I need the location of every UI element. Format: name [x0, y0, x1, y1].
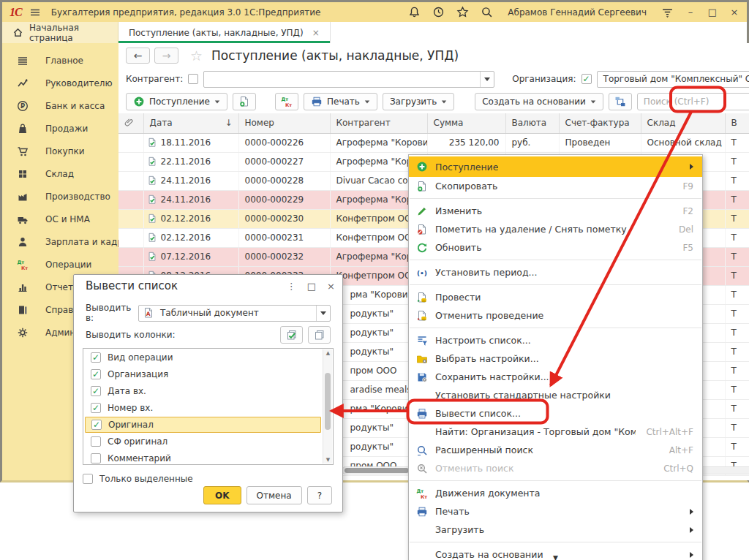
menu-item[interactable]: ОбновитьF5	[409, 238, 702, 257]
history-icon[interactable]	[432, 6, 445, 18]
menu-item[interactable]: Установить стандартные настройки	[409, 386, 702, 404]
menu-item[interactable]: ИзменитьF2	[409, 202, 702, 220]
minimize-button[interactable]: –	[685, 7, 696, 18]
dtkt-button[interactable]: ДтКт	[275, 93, 298, 110]
column-checkbox[interactable]: ✓	[91, 403, 101, 413]
column-checkbox[interactable]: ✓	[91, 420, 102, 430]
column-option[interactable]: ✓ Организация	[85, 366, 321, 382]
column-header[interactable]: Номер	[238, 113, 330, 133]
current-user[interactable]: Абрамов Геннадий Сергеевич	[508, 7, 647, 18]
menu-item[interactable]: Загрузить	[409, 521, 702, 539]
menu-item[interactable]: Пометить на удаление / Снять пометкуDel	[409, 220, 702, 238]
create-based-button[interactable]: Создать на основании	[475, 93, 603, 110]
menu-item[interactable]: ДтКтДвижения документа	[409, 484, 702, 502]
sidebar-item-ruble[interactable]: РБанк и касса	[2, 94, 118, 117]
ok-button[interactable]: OK	[203, 486, 241, 504]
print-button[interactable]: Печать	[304, 93, 377, 110]
output-to-combo[interactable]: A Табличный документ	[138, 305, 331, 322]
sidebar-item-cart[interactable]: Покупки	[2, 140, 118, 162]
main-menu-icon[interactable]	[29, 7, 41, 18]
service-settings-icon[interactable]	[661, 6, 674, 18]
sidebar-item-factory[interactable]: Производство	[2, 185, 118, 208]
menu-item[interactable]: (•)Установить период...	[409, 263, 702, 281]
column-option-label: Комментарий	[108, 453, 171, 463]
organization-combo[interactable]: Торговый дом "Комплексный" ООО	[597, 71, 749, 88]
menu-item[interactable]: Поступление	[409, 156, 702, 177]
sidebar-item-person[interactable]: Зарплата и кадры	[2, 230, 118, 253]
check-all-button[interactable]	[280, 326, 303, 344]
related-documents-button[interactable]	[609, 93, 632, 110]
uncheck-all-button[interactable]	[308, 326, 331, 344]
maximize-button[interactable]: □	[707, 7, 718, 18]
column-checkbox[interactable]: ✓	[91, 386, 101, 396]
menu-item[interactable]: Настроить список...	[409, 331, 702, 349]
contragent-combo[interactable]	[203, 71, 494, 88]
menu-item[interactable]: Вывести список...	[409, 404, 702, 423]
sidebar-item-trend[interactable]: Руководителю	[2, 72, 118, 94]
column-header[interactable]: В	[725, 113, 749, 133]
attachments-column-header[interactable]	[118, 113, 143, 133]
menu-item[interactable]: Сохранить настройки...	[409, 368, 702, 386]
copy-button[interactable]	[233, 93, 256, 110]
tab-active[interactable]: Поступление (акты, накладные, УПД) ×	[118, 22, 331, 43]
menu-item-shortcut: Alt+F	[659, 445, 693, 455]
sidebar-item-label: Главное	[45, 56, 83, 66]
nav-back-button[interactable]: ←	[126, 48, 150, 64]
column-checkbox[interactable]	[91, 453, 101, 463]
only-selected-checkbox[interactable]	[83, 474, 93, 484]
menu-item[interactable]: СкопироватьF9	[409, 177, 702, 195]
dialog-more-icon[interactable]: ⋮	[287, 281, 296, 292]
column-checkbox[interactable]: ✓	[91, 369, 101, 379]
tab-close-icon[interactable]: ×	[312, 28, 320, 38]
menu-item[interactable]: Печать	[409, 502, 702, 521]
favorite-star-icon[interactable]: ☆	[190, 48, 203, 64]
search-icon[interactable]	[481, 6, 493, 18]
refresh-icon	[415, 242, 428, 254]
listbox-scrollbar[interactable]: ▲ ▼	[323, 349, 332, 463]
menu-item[interactable]: Найти: Организация - Торговый дом "Компл…	[409, 423, 702, 441]
load-button[interactable]: Загрузить	[383, 93, 454, 110]
nav-forward-button[interactable]: →	[154, 48, 178, 64]
column-header-date[interactable]: Дата↓	[143, 113, 238, 133]
column-header[interactable]: Сумма	[427, 113, 505, 133]
menu-item[interactable]: Отменить поискCtrl+Q	[409, 459, 702, 477]
menu-item-label: Движения документа	[435, 488, 540, 499]
organization-checkbox[interactable]: ✓	[581, 74, 592, 84]
column-option[interactable]: ✓ Дата вх.	[85, 383, 321, 399]
column-checkbox[interactable]: ✓	[91, 352, 101, 363]
column-option[interactable]: СФ оригинал	[85, 434, 321, 450]
favorites-star-icon[interactable]	[456, 6, 469, 18]
column-header[interactable]: Контрагент	[330, 113, 427, 133]
menu-item[interactable]: Выбрать настройки...	[409, 349, 702, 368]
column-checkbox[interactable]	[91, 436, 101, 447]
column-option[interactable]: Комментарий	[85, 450, 321, 465]
menu-lines-icon	[16, 55, 29, 67]
new-document-button[interactable]: Поступление	[126, 93, 227, 110]
column-option[interactable]: ✓ Вид операции	[85, 349, 321, 366]
notifications-bell-icon[interactable]	[408, 6, 421, 18]
column-header[interactable]: Счет-фактура	[559, 113, 641, 133]
cancel-button[interactable]: Отмена	[246, 486, 302, 504]
sidebar-item-dtkt[interactable]: ДтКтОперации	[2, 253, 118, 276]
dialog-help-button[interactable]: ?	[307, 486, 332, 504]
column-header[interactable]: Склад	[641, 113, 725, 133]
sidebar-item-label: Зарплата и кадры	[45, 237, 118, 247]
close-button[interactable]: ×	[729, 7, 739, 18]
menu-item[interactable]: Отменить проведение	[409, 306, 702, 325]
menu-item[interactable]: Расширенный поискAlt+F	[409, 441, 702, 459]
sidebar-item-bag[interactable]: Продажи	[2, 117, 118, 140]
sidebar-item-grid[interactable]: Склад	[2, 162, 118, 185]
sidebar-item-truck[interactable]: ОС и НМА	[2, 208, 118, 230]
contragent-checkbox[interactable]	[188, 74, 198, 84]
column-option[interactable]: ✓ Оригинал	[85, 417, 321, 433]
tab-home-label: Начальная страница	[29, 23, 108, 43]
tab-home[interactable]: Начальная страница	[2, 22, 118, 43]
search-input[interactable]: Поиск (Ctrl+F) ×	[637, 93, 749, 110]
menu-item[interactable]: Провести	[409, 288, 702, 306]
dialog-maximize-icon[interactable]: □	[307, 281, 316, 292]
table-row[interactable]: 18.11.2016 0000-000226Агроферма "Коровин…	[118, 133, 749, 152]
column-option[interactable]: ✓ Номер вх.	[85, 400, 321, 416]
dialog-close-icon[interactable]: ×	[327, 281, 335, 292]
sidebar-item-menu-lines[interactable]: Главное	[2, 49, 118, 72]
column-header[interactable]: Валюта	[505, 113, 559, 133]
